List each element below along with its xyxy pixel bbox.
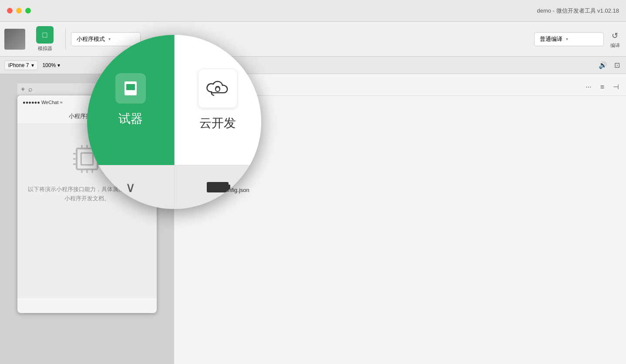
chevron-down-icon: ∨ [125, 179, 135, 195]
title-bar: demo - 微信开发者工具 v1.02.18 [0, 0, 626, 22]
magnifier-sim-label: 试器 [118, 111, 143, 127]
compile-dropdown-arrow: ▾ [566, 37, 568, 41]
second-bar-right: 🔊 ⊡ [597, 60, 622, 70]
refresh-button[interactable]: ↺ 编译 [608, 29, 622, 49]
compile-dropdown-label: 普通编译 [540, 35, 562, 43]
magnifier-cloud-icon-box [198, 69, 237, 108]
zoom-select[interactable]: 100% ▾ [42, 62, 60, 68]
toolbar-right: 普通编译 ▾ ↺ 编译 [534, 29, 622, 49]
traffic-lights [7, 8, 31, 13]
compile-label: 编译 [610, 42, 620, 49]
device-name: iPhone 7 [8, 62, 29, 68]
file-project-config[interactable]: {o} project.config.json [174, 185, 626, 195]
phone-status-text: ●●●●●● WeChat ≈ [23, 100, 63, 105]
device-arrow: ▾ [31, 62, 34, 68]
sound-icon[interactable]: 🔊 [597, 60, 609, 70]
sim-bar-search[interactable]: ⌕ [28, 85, 33, 93]
list-view-button[interactable]: ≡ [599, 82, 606, 92]
collapse-button[interactable]: ⊣ [611, 82, 621, 92]
magnifier-content: 试器 云开发 ∨ [87, 35, 261, 209]
simulator-label: 模拟器 [38, 45, 52, 52]
more-options-button[interactable]: ··· [584, 82, 593, 92]
toolbar-sep-1 [65, 28, 66, 50]
mode-dropdown[interactable]: 小程序模式 ▾ [71, 32, 141, 46]
magnifier-overlay: 试器 云开发 ∨ [87, 35, 261, 209]
zoom-level: 100% [42, 62, 56, 68]
device-select[interactable]: iPhone 7 ▾ [4, 61, 38, 70]
sim-bar-plus[interactable]: + [21, 85, 25, 93]
second-bar: iPhone 7 ▾ 100% ▾ 🔊 ⊡ [0, 57, 626, 74]
svg-rect-15 [126, 84, 135, 90]
close-button[interactable] [7, 8, 13, 13]
screen-icon[interactable]: ⊡ [613, 60, 622, 70]
magnifier-cloud-label: 云开发 [199, 115, 236, 131]
main-toolbar: □ 模拟器 小程序模式 ▾ 普通编译 ▾ ↺ 编译 [0, 22, 626, 57]
window-title: demo - 微信开发者工具 v1.02.18 [537, 7, 619, 15]
zoom-arrow: ▾ [57, 62, 60, 68]
mode-dropdown-arrow: ▾ [108, 37, 111, 41]
simulator-button[interactable]: □ 模拟器 [30, 24, 60, 54]
minimize-button[interactable] [16, 8, 22, 13]
simulator-icon: □ [36, 26, 54, 44]
user-avatar[interactable] [4, 29, 25, 50]
maximize-button[interactable] [25, 8, 31, 13]
svg-rect-1 [81, 153, 93, 165]
battery-icon [207, 182, 229, 192]
mode-dropdown-label: 小程序模式 [77, 35, 105, 43]
refresh-icon: ↺ [608, 29, 622, 42]
compile-dropdown[interactable]: 普通编译 ▾ [534, 32, 604, 46]
magnifier-sim-icon-box [115, 73, 146, 104]
svg-rect-16 [129, 91, 132, 93]
